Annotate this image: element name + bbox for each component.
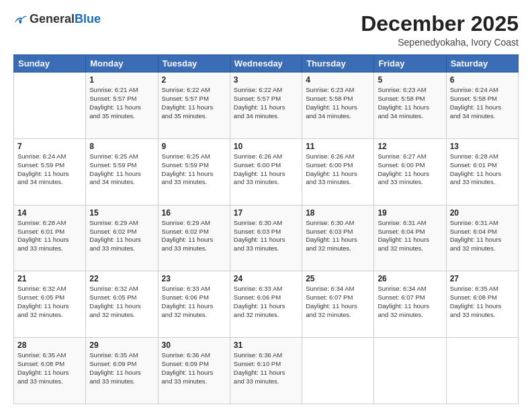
- calendar-week-4: 21Sunrise: 6:32 AM Sunset: 6:05 PM Dayli…: [14, 271, 519, 338]
- calendar-cell: 27Sunrise: 6:35 AM Sunset: 6:08 PM Dayli…: [446, 271, 518, 338]
- calendar-cell: 19Sunrise: 6:31 AM Sunset: 6:04 PM Dayli…: [374, 205, 446, 271]
- day-number: 26: [378, 274, 442, 283]
- calendar-cell: 11Sunrise: 6:26 AM Sunset: 6:00 PM Dayli…: [302, 138, 374, 205]
- day-number: 4: [306, 75, 370, 85]
- calendar-cell: 21Sunrise: 6:32 AM Sunset: 6:05 PM Dayli…: [14, 271, 86, 338]
- logo-bird-icon: [13, 13, 28, 26]
- calendar-cell: 22Sunrise: 6:32 AM Sunset: 6:05 PM Dayli…: [86, 271, 158, 338]
- calendar-cell: 13Sunrise: 6:28 AM Sunset: 6:01 PM Dayli…: [446, 138, 518, 205]
- calendar-cell: [302, 338, 374, 404]
- calendar-cell: 2Sunrise: 6:22 AM Sunset: 5:57 PM Daylig…: [158, 73, 230, 139]
- day-number: 12: [378, 142, 442, 151]
- day-content: Sunrise: 6:32 AM Sunset: 6:05 PM Dayligh…: [89, 285, 154, 319]
- calendar-cell: 6Sunrise: 6:24 AM Sunset: 5:58 PM Daylig…: [446, 73, 518, 139]
- calendar-cell: 3Sunrise: 6:22 AM Sunset: 5:57 PM Daylig…: [230, 73, 302, 139]
- calendar-cell: 8Sunrise: 6:25 AM Sunset: 5:59 PM Daylig…: [86, 138, 158, 205]
- day-content: Sunrise: 6:26 AM Sunset: 6:00 PM Dayligh…: [306, 152, 370, 187]
- calendar-week-5: 28Sunrise: 6:35 AM Sunset: 6:08 PM Dayli…: [14, 338, 519, 404]
- page: General Blue December 2025 Sepenedyokaha…: [0, 0, 532, 411]
- day-number: 18: [306, 208, 370, 218]
- day-content: Sunrise: 6:23 AM Sunset: 5:58 PM Dayligh…: [378, 86, 442, 120]
- calendar-cell: [14, 73, 86, 139]
- month-title: December 2025: [361, 12, 519, 36]
- day-content: Sunrise: 6:24 AM Sunset: 5:59 PM Dayligh…: [17, 152, 82, 187]
- day-number: 30: [162, 340, 226, 350]
- calendar-cell: 16Sunrise: 6:29 AM Sunset: 6:02 PM Dayli…: [158, 205, 230, 271]
- calendar-cell: 30Sunrise: 6:36 AM Sunset: 6:09 PM Dayli…: [158, 338, 230, 404]
- day-number: 24: [234, 274, 298, 283]
- day-number: 2: [162, 75, 226, 85]
- calendar-header-thursday: Thursday: [302, 55, 374, 73]
- calendar-cell: 28Sunrise: 6:35 AM Sunset: 6:08 PM Dayli…: [14, 338, 86, 404]
- day-content: Sunrise: 6:35 AM Sunset: 6:08 PM Dayligh…: [17, 351, 82, 385]
- day-content: Sunrise: 6:35 AM Sunset: 6:08 PM Dayligh…: [450, 285, 515, 319]
- calendar-header-friday: Friday: [374, 55, 446, 73]
- day-content: Sunrise: 6:30 AM Sunset: 6:03 PM Dayligh…: [234, 219, 298, 253]
- calendar-cell: 9Sunrise: 6:25 AM Sunset: 5:59 PM Daylig…: [158, 138, 230, 205]
- day-number: 17: [234, 208, 298, 218]
- day-number: 6: [450, 75, 515, 85]
- day-number: 3: [234, 75, 298, 85]
- day-number: 15: [89, 208, 154, 218]
- day-content: Sunrise: 6:30 AM Sunset: 6:03 PM Dayligh…: [306, 219, 370, 253]
- day-number: 20: [450, 208, 515, 218]
- calendar-header-tuesday: Tuesday: [158, 55, 230, 73]
- calendar-cell: 18Sunrise: 6:30 AM Sunset: 6:03 PM Dayli…: [302, 205, 374, 271]
- day-number: 22: [89, 274, 154, 283]
- calendar-cell: 7Sunrise: 6:24 AM Sunset: 5:59 PM Daylig…: [14, 138, 86, 205]
- calendar-cell: 1Sunrise: 6:21 AM Sunset: 5:57 PM Daylig…: [86, 73, 158, 139]
- day-content: Sunrise: 6:27 AM Sunset: 6:00 PM Dayligh…: [378, 152, 442, 187]
- day-number: 11: [306, 142, 370, 151]
- calendar-cell: [446, 338, 518, 404]
- calendar-cell: 17Sunrise: 6:30 AM Sunset: 6:03 PM Dayli…: [230, 205, 302, 271]
- day-content: Sunrise: 6:25 AM Sunset: 5:59 PM Dayligh…: [162, 152, 226, 187]
- day-content: Sunrise: 6:21 AM Sunset: 5:57 PM Dayligh…: [89, 86, 154, 120]
- calendar-header-wednesday: Wednesday: [230, 55, 302, 73]
- logo: General Blue: [13, 12, 101, 26]
- calendar-cell: 29Sunrise: 6:35 AM Sunset: 6:09 PM Dayli…: [86, 338, 158, 404]
- day-content: Sunrise: 6:34 AM Sunset: 6:07 PM Dayligh…: [378, 285, 442, 319]
- day-content: Sunrise: 6:29 AM Sunset: 6:02 PM Dayligh…: [162, 219, 226, 253]
- day-number: 25: [306, 274, 370, 283]
- day-content: Sunrise: 6:32 AM Sunset: 6:05 PM Dayligh…: [17, 285, 82, 319]
- calendar-week-1: 1Sunrise: 6:21 AM Sunset: 5:57 PM Daylig…: [14, 73, 519, 139]
- calendar-cell: 20Sunrise: 6:31 AM Sunset: 6:04 PM Dayli…: [446, 205, 518, 271]
- day-number: 5: [378, 75, 442, 85]
- day-content: Sunrise: 6:28 AM Sunset: 6:01 PM Dayligh…: [17, 219, 82, 253]
- calendar-cell: 10Sunrise: 6:26 AM Sunset: 6:00 PM Dayli…: [230, 138, 302, 205]
- day-content: Sunrise: 6:33 AM Sunset: 6:06 PM Dayligh…: [234, 285, 298, 319]
- day-number: 29: [89, 340, 154, 350]
- day-number: 28: [17, 340, 82, 350]
- day-content: Sunrise: 6:36 AM Sunset: 6:10 PM Dayligh…: [234, 351, 298, 385]
- day-content: Sunrise: 6:22 AM Sunset: 5:57 PM Dayligh…: [234, 86, 298, 120]
- day-number: 19: [378, 208, 442, 218]
- day-content: Sunrise: 6:31 AM Sunset: 6:04 PM Dayligh…: [450, 219, 515, 253]
- calendar-cell: 12Sunrise: 6:27 AM Sunset: 6:00 PM Dayli…: [374, 138, 446, 205]
- day-number: 10: [234, 142, 298, 151]
- header: General Blue December 2025 Sepenedyokaha…: [13, 12, 519, 48]
- day-content: Sunrise: 6:35 AM Sunset: 6:09 PM Dayligh…: [89, 351, 154, 385]
- calendar-week-3: 14Sunrise: 6:28 AM Sunset: 6:01 PM Dayli…: [14, 205, 519, 271]
- day-content: Sunrise: 6:34 AM Sunset: 6:07 PM Dayligh…: [306, 285, 370, 319]
- day-content: Sunrise: 6:25 AM Sunset: 5:59 PM Dayligh…: [89, 152, 154, 187]
- calendar-cell: 26Sunrise: 6:34 AM Sunset: 6:07 PM Dayli…: [374, 271, 446, 338]
- calendar-header-row: SundayMondayTuesdayWednesdayThursdayFrid…: [14, 55, 519, 73]
- calendar-cell: 15Sunrise: 6:29 AM Sunset: 6:02 PM Dayli…: [86, 205, 158, 271]
- logo-general: General: [30, 12, 75, 26]
- day-number: 8: [89, 142, 154, 151]
- calendar-cell: 14Sunrise: 6:28 AM Sunset: 6:01 PM Dayli…: [14, 205, 86, 271]
- day-number: 27: [450, 274, 515, 283]
- calendar: SundayMondayTuesdayWednesdayThursdayFrid…: [13, 54, 519, 404]
- day-content: Sunrise: 6:28 AM Sunset: 6:01 PM Dayligh…: [450, 152, 515, 187]
- calendar-cell: 5Sunrise: 6:23 AM Sunset: 5:58 PM Daylig…: [374, 73, 446, 139]
- calendar-cell: 24Sunrise: 6:33 AM Sunset: 6:06 PM Dayli…: [230, 271, 302, 338]
- day-content: Sunrise: 6:26 AM Sunset: 6:00 PM Dayligh…: [234, 152, 298, 187]
- day-content: Sunrise: 6:24 AM Sunset: 5:58 PM Dayligh…: [450, 86, 515, 120]
- day-number: 16: [162, 208, 226, 218]
- day-number: 14: [17, 208, 82, 218]
- calendar-cell: 25Sunrise: 6:34 AM Sunset: 6:07 PM Dayli…: [302, 271, 374, 338]
- title-block: December 2025 Sepenedyokaha, Ivory Coast: [361, 12, 519, 48]
- day-content: Sunrise: 6:22 AM Sunset: 5:57 PM Dayligh…: [162, 86, 226, 120]
- calendar-week-2: 7Sunrise: 6:24 AM Sunset: 5:59 PM Daylig…: [14, 138, 519, 205]
- calendar-header-saturday: Saturday: [446, 55, 518, 73]
